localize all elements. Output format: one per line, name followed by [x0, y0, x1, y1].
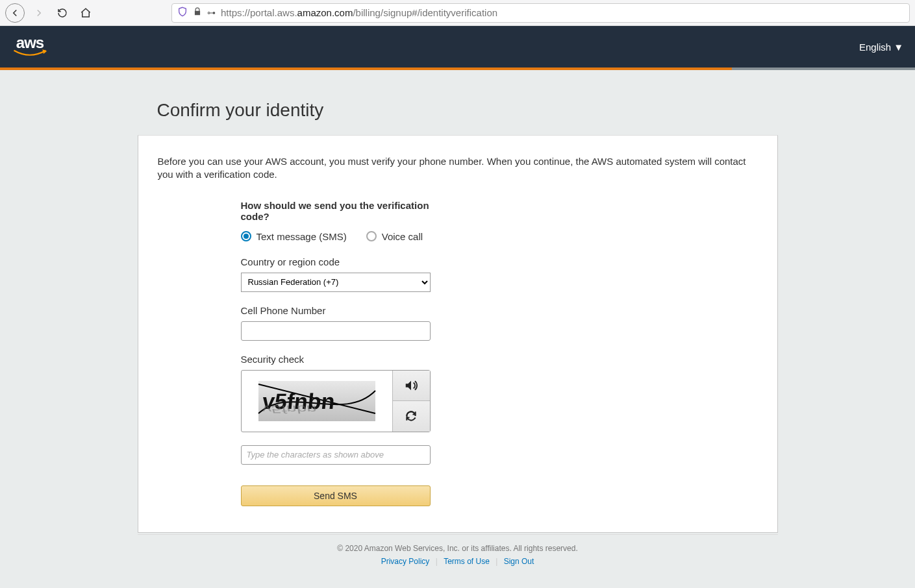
aws-header: aws English ▼	[0, 26, 915, 67]
caret-down-icon: ▼	[894, 42, 903, 53]
url-text: https://portal.aws.amazon.com/billing/si…	[221, 7, 497, 18]
url-bar[interactable]: ⊶ https://portal.aws.amazon.com/billing/…	[171, 3, 910, 23]
copyright-text: © 2020 Amazon Web Services, Inc. or its …	[138, 544, 778, 553]
country-label: Country or region code	[241, 256, 431, 267]
send-sms-button[interactable]: Send SMS	[241, 485, 431, 506]
home-button[interactable]	[77, 4, 95, 22]
forward-button[interactable]	[30, 4, 48, 22]
terms-link[interactable]: Terms of Use	[444, 557, 490, 566]
aws-logo[interactable]: aws	[12, 35, 48, 58]
radio-selected-icon	[241, 231, 251, 241]
option-voice[interactable]: Voice call	[366, 231, 423, 242]
signup-progress-bar	[0, 67, 915, 70]
captcha-audio-button[interactable]	[392, 371, 430, 402]
intro-text: Before you can use your AWS account, you…	[158, 155, 758, 182]
svg-text:v5fnbn: v5fnbn	[261, 403, 318, 415]
option-voice-label: Voice call	[382, 231, 423, 242]
captcha-box: v5fnbn v5fnbn	[241, 370, 431, 432]
captcha-refresh-button[interactable]	[392, 401, 430, 432]
phone-label: Cell Phone Number	[241, 305, 431, 316]
security-check-label: Security check	[241, 354, 431, 365]
lock-icon	[193, 7, 202, 18]
radio-unselected-icon	[366, 231, 377, 241]
option-sms-label: Text message (SMS)	[257, 231, 347, 242]
verification-form: How should we send you the verification …	[241, 200, 431, 506]
back-button[interactable]	[5, 3, 25, 23]
captcha-image: v5fnbn v5fnbn	[242, 371, 392, 432]
language-label: English	[859, 42, 891, 53]
option-sms[interactable]: Text message (SMS)	[241, 231, 347, 242]
browser-toolbar: ⊶ https://portal.aws.amazon.com/billing/…	[0, 0, 915, 26]
verification-method-question: How should we send you the verification …	[241, 200, 431, 222]
language-selector[interactable]: English ▼	[859, 42, 903, 53]
reload-button[interactable]	[53, 4, 71, 22]
phone-input[interactable]	[241, 321, 431, 341]
page-title: Confirm your identity	[157, 100, 778, 121]
permission-icon: ⊶	[207, 8, 216, 18]
country-select[interactable]: Russian Federation (+7)	[241, 273, 431, 292]
page-footer: © 2020 Amazon Web Services, Inc. or its …	[138, 534, 778, 589]
identity-panel: Before you can use your AWS account, you…	[138, 135, 778, 533]
privacy-link[interactable]: Privacy Policy	[381, 557, 430, 566]
tracking-shield-icon	[177, 6, 188, 19]
captcha-input[interactable]	[241, 445, 431, 465]
signout-link[interactable]: Sign Out	[504, 557, 534, 566]
